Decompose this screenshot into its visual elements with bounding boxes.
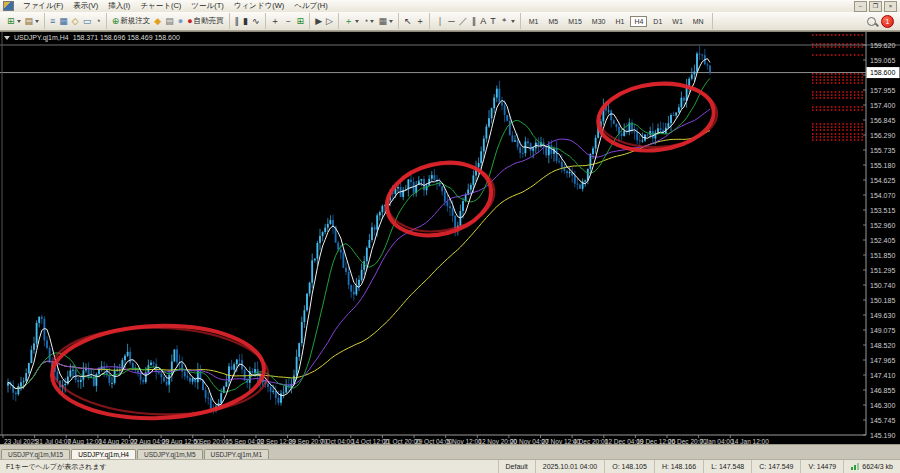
line-chart-button[interactable]: ∿ [250,14,262,28]
svg-text:149.630: 149.630 [870,312,895,319]
data-window-button[interactable]: ▦ [57,14,70,28]
status-bar-time: 2025.10.01 04:00 [535,460,605,473]
chart-shift-button[interactable]: ▷ [324,14,335,28]
indicators-icon: ＋ [344,15,353,28]
timeframe-m1[interactable]: M1 [525,16,543,27]
chart-tab-h4[interactable]: USDJPY.qj1m,H4 [71,449,136,459]
svg-text:145.745: 145.745 [870,417,895,424]
svg-text:158.600: 158.600 [870,69,895,76]
svg-text:151.850: 151.850 [870,252,895,259]
connection-bars-icon [851,463,859,470]
chart-menu-arrow-icon[interactable] [4,36,10,40]
new-order-button-label: 新規注文 [120,16,150,26]
trendline-button[interactable]: ／ [457,14,470,28]
svg-text:145.190: 145.190 [870,432,895,439]
periods-button[interactable]: ◔ [361,14,376,28]
menu-insert[interactable]: 挿入(I) [103,0,135,12]
timeframe-h1[interactable]: H1 [611,16,628,27]
menu-file[interactable]: ファイル(F) [18,0,68,12]
print-button[interactable]: ▤ [163,14,176,28]
timeframe-d1[interactable]: D1 [649,16,666,27]
bar-chart-button[interactable]: ∥ [233,14,242,28]
horizontal-line-button[interactable]: ─ [446,14,456,28]
channel-button[interactable]: ∥ [470,14,479,28]
search-icon[interactable] [867,17,876,26]
zoom-in-button[interactable]: ＋ [269,14,282,28]
status-bar: F1キーでヘルプが表示されます Default2025.10.01 04:00O… [0,459,900,473]
indicators-button[interactable]: ＋ [342,14,361,28]
text-button[interactable]: A [478,14,488,28]
zoom-out-button[interactable]: － [282,14,295,28]
chart-shift-icon: ▷ [326,15,333,28]
arrow-label-button[interactable]: T [488,14,498,28]
menu-tools[interactable]: ツール(T) [186,0,228,12]
candlestick-button[interactable]: ▮ [241,14,250,28]
minimize-button[interactable]: – [854,1,867,12]
terminal-button[interactable]: ▭ [81,14,94,28]
svg-text:154.625: 154.625 [870,177,895,184]
status-high: H: 148.166 [654,460,703,473]
menu-chart[interactable]: チャート(C) [135,0,186,12]
chart-title: USDJPY.qj1m,H4 158.371 158.696 158.469 1… [4,34,180,41]
community-button[interactable]: ● [176,14,185,28]
autotrading-icon: ● [187,15,192,28]
bar-chart-icon: ∥ [235,15,240,28]
menu-view[interactable]: 表示(V) [68,0,103,12]
timeframe-m5[interactable]: M5 [544,16,562,27]
svg-text:153.515: 153.515 [870,207,895,214]
close-button[interactable]: × [884,1,897,12]
svg-text:23 Jul 2025: 23 Jul 2025 [4,438,38,445]
tile-windows-button[interactable]: ⊞ [295,14,307,28]
timeframe-w1[interactable]: W1 [668,16,687,27]
market-watch-button[interactable]: ≡ [48,14,57,28]
timeframe-m15[interactable]: M15 [564,16,586,27]
templates-button[interactable]: ▦ [376,14,395,28]
status-open: O: 148.105 [604,460,654,473]
profiles-button[interactable]: ▤ [23,14,42,28]
chart-tab-m1[interactable]: USDJPY.qj1m,M1 [204,449,270,459]
menu-bar: ファイル(F)表示(V)挿入(I)チャート(C)ツール(T)ウィンドウ(W)ヘル… [0,0,900,12]
dropdown-caret-icon [370,20,374,23]
tile-windows-icon: ⊞ [297,15,305,28]
menu-help[interactable]: ヘルプ(H) [289,0,332,12]
notification-badge[interactable]: 1 [881,15,894,28]
shapes-button[interactable]: ＊ [498,14,517,28]
svg-text:7 Aug 12:00: 7 Aug 12:00 [67,438,102,446]
status-volume: V: 14479 [800,460,843,473]
svg-text:147.965: 147.965 [870,357,895,364]
auto-scroll-button[interactable]: ▶ [313,14,324,28]
status-profile: Default [498,460,535,473]
cursor-button[interactable]: ↖ [402,14,414,28]
toolbar-group: ＋－⊞ [266,13,311,29]
svg-text:5 Sep 20:00: 5 Sep 20:00 [194,438,229,446]
new-chart-icon: ⊞ [7,15,15,28]
svg-text:146.855: 146.855 [870,387,895,394]
new-chart-button[interactable]: ⊞ [5,14,23,28]
svg-text:151.295: 151.295 [870,267,895,274]
terminal-icon: ▭ [83,15,92,28]
timeframe-h4[interactable]: H4 [630,16,647,27]
timeframe-mn[interactable]: MN [689,16,708,27]
vertical-line-icon: ｜ [435,15,444,28]
autotrading-button[interactable]: ●自動売買 [185,14,225,28]
timeframe-m30[interactable]: M30 [588,16,610,27]
svg-text:4 Dec 20:00: 4 Dec 20:00 [573,438,608,445]
status-traffic: 6624/3 kb [843,460,900,473]
chart-tab-m15[interactable]: USDJPY.qj1m,M15 [1,449,70,459]
navigator-button[interactable]: ◇ [70,14,81,28]
chart-canvas[interactable]: 159.620159.065158.510157.955157.400156.8… [0,32,900,449]
candlestick-icon: ▮ [243,15,248,28]
svg-text:14 Jan 12:00: 14 Jan 12:00 [731,438,769,445]
line-chart-icon: ∿ [252,15,260,28]
svg-text:149.075: 149.075 [870,327,895,334]
menu-window[interactable]: ウィンドウ(W) [229,0,289,12]
timeframe-group: M1M5M15M30H1H4D1W1MN [521,13,713,29]
restore-button[interactable]: ❐ [869,1,882,12]
vertical-line-button[interactable]: ｜ [433,14,446,28]
metaeditor-button[interactable]: ◆ [152,14,163,28]
chart-area[interactable]: USDJPY.qj1m,H4 158.371 158.696 158.469 1… [0,31,900,444]
crosshair-button[interactable]: ＋ [413,14,426,28]
strategy-tester-button[interactable]: ◔ [93,14,102,28]
new-order-button[interactable]: ⊕新規注文 [110,14,153,28]
chart-tab-m5[interactable]: USDJPY.qj1m,M5 [137,449,203,459]
